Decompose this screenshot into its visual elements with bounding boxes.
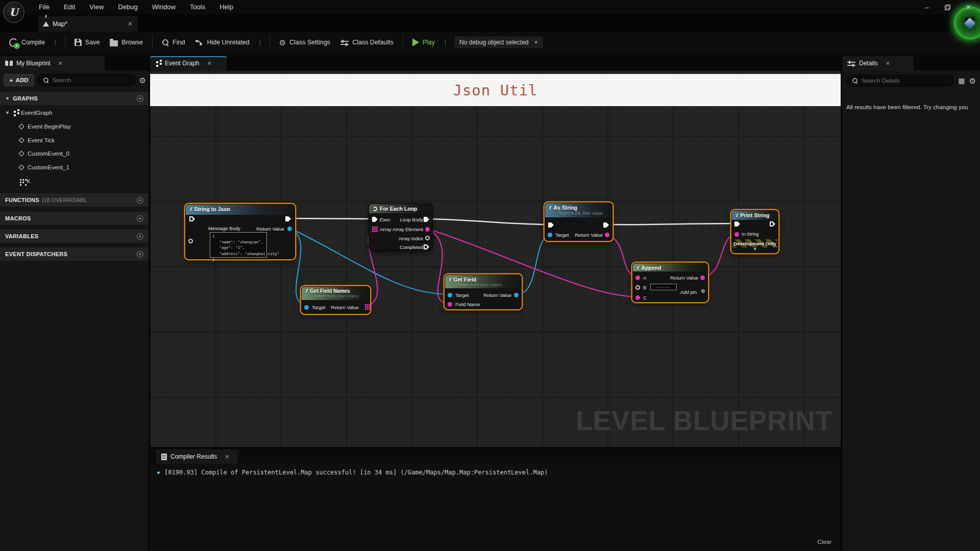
menu-window[interactable]: Window (145, 0, 183, 14)
array-pin[interactable] (372, 227, 374, 228)
message-body-default-value[interactable]: { "name": "zhangsan", "age": "1", "addre… (210, 232, 267, 258)
details-settings-icon[interactable]: ⚙ (969, 77, 976, 85)
find-button[interactable]: Find (157, 35, 190, 50)
message-body-pin[interactable] (188, 239, 193, 243)
menu-edit[interactable]: Edit (57, 0, 82, 14)
clear-button[interactable]: Clear (818, 539, 831, 545)
return-value-pin[interactable] (514, 293, 519, 297)
unreal-logo-icon[interactable]: U (3, 2, 24, 23)
tab-compiler-results[interactable]: Compiler Results ✕ (156, 449, 238, 464)
in-string-pin[interactable] (734, 232, 739, 237)
array-element-pin[interactable] (425, 227, 430, 232)
return-value-array-pin[interactable] (365, 304, 366, 306)
tree-customevent-1[interactable]: CustomEvent_1 (18, 162, 69, 172)
exec-in-pin[interactable] (548, 222, 554, 228)
exec-out-pin[interactable] (770, 221, 775, 227)
exec-in-pin[interactable] (734, 221, 740, 227)
b-value-input[interactable]: ------- (650, 284, 677, 290)
add-pin-icon[interactable]: ⊕ (701, 288, 705, 294)
menu-file[interactable]: File (32, 0, 57, 14)
section-graphs[interactable]: ▼ GRAPHS + (0, 92, 149, 105)
node-for-each-loop[interactable]: For Each Loop Exec Array Loop Body Array… (369, 204, 433, 251)
add-graph-icon[interactable]: + (137, 95, 143, 102)
details-search-box[interactable] (846, 74, 954, 87)
menu-help[interactable]: Help (212, 0, 240, 14)
exec-in-pin[interactable] (189, 216, 195, 221)
menu-tools[interactable]: Tools (183, 0, 212, 14)
blueprint-search-input[interactable] (53, 77, 131, 83)
target-pin[interactable] (304, 305, 309, 310)
add-variable-icon[interactable]: + (137, 233, 143, 240)
section-variables[interactable]: VARIABLES + (0, 230, 149, 243)
add-dispatcher-icon[interactable]: + (137, 251, 143, 258)
blueprint-search-box[interactable] (37, 74, 136, 86)
hide-unrelated-options-icon[interactable]: ⋮ (255, 39, 265, 46)
restore-icon[interactable] (945, 5, 950, 10)
asset-tab-map[interactable]: Map* ✕ (38, 16, 138, 32)
add-macro-icon[interactable]: + (137, 215, 143, 222)
node-as-string[interactable]: f As String Target is Ds Json Value Targ… (545, 203, 612, 241)
add-function-icon[interactable]: + (137, 197, 143, 204)
tab-details[interactable]: Details ✕ (842, 56, 914, 70)
exec-in-pin[interactable] (372, 217, 378, 222)
panel-divider[interactable] (841, 55, 842, 551)
class-defaults-button[interactable]: Class Defaults (335, 35, 399, 50)
loop-body-exec-pin[interactable] (424, 217, 429, 222)
close-tab-icon[interactable]: ✕ (225, 454, 229, 460)
tab-my-blueprint[interactable]: My Blueprint ✕ (0, 56, 105, 70)
section-functions[interactable]: FUNCTIONS (18 OVERRIDABL + (0, 193, 149, 207)
panel-settings-icon[interactable]: ⚙ (139, 77, 146, 84)
compile-button[interactable]: ✓ Compile (4, 35, 50, 50)
class-settings-button[interactable]: ⚙ Class Settings (274, 35, 335, 50)
target-pin[interactable] (548, 233, 552, 237)
tab-event-graph[interactable]: Event Graph ✕ (150, 56, 227, 70)
menu-debug[interactable]: Debug (111, 0, 144, 14)
details-search-input[interactable] (862, 78, 949, 84)
tree-customevent-0[interactable]: CustomEvent_0 (18, 148, 69, 159)
node-get-field-names[interactable]: f Get Field Names Target is Ds Json Obje… (301, 286, 370, 314)
node-print-string[interactable]: f Print String In String Development Onl… (731, 210, 778, 253)
a-pin[interactable] (635, 276, 640, 280)
close-icon[interactable]: ✕ (964, 3, 973, 11)
browse-button[interactable]: Browse (105, 35, 148, 50)
expand-node-icon[interactable]: ▼ (732, 247, 778, 252)
node-string-to-json[interactable]: f String to Json Message Body Return Val… (185, 204, 295, 259)
tree-k[interactable]: K (18, 176, 31, 186)
section-event-dispatchers[interactable]: EVENT DISPATCHERS + (0, 247, 149, 261)
hide-unrelated-button[interactable]: Hide Unrelated (190, 35, 254, 50)
graph-canvas[interactable]: Json Util LEVEL BLUEPRINT f String to Js… (150, 70, 841, 447)
return-value-pin[interactable] (287, 227, 292, 231)
target-pin[interactable] (448, 293, 452, 297)
event-icon (18, 151, 24, 156)
return-value-pin[interactable] (700, 276, 705, 280)
completed-exec-pin[interactable] (424, 244, 429, 249)
exec-out-pin[interactable] (285, 216, 291, 221)
return-value-pin[interactable] (605, 233, 609, 237)
compile-options-icon[interactable]: ⋮ (50, 39, 61, 46)
save-button[interactable]: Save (69, 35, 105, 50)
node-append[interactable]: f Append A Return Value B ------- Add pi… (632, 263, 708, 302)
pin-label-return-value: Return Value (670, 275, 698, 281)
node-get-field[interactable]: f Get Field Target is Ds Json Object Tar… (445, 274, 522, 309)
menu-view[interactable]: View (82, 0, 111, 14)
play-options-icon[interactable]: ⋮ (440, 39, 451, 46)
close-tab-icon[interactable]: ✕ (128, 20, 133, 28)
b-pin[interactable] (635, 285, 640, 290)
tree-event-tick[interactable]: Event Tick (18, 135, 55, 145)
panel-divider[interactable] (150, 447, 841, 448)
tree-event-beginplay[interactable]: Event BeginPlay (18, 121, 70, 132)
debug-object-dropdown[interactable]: No debug object selected ▼ (454, 36, 544, 49)
section-macros[interactable]: MACROS + (0, 212, 149, 225)
add-button[interactable]: + ADD (4, 74, 34, 86)
tree-eventgraph[interactable]: ▼ EventGraph (5, 108, 52, 118)
close-tab-icon[interactable]: ✕ (207, 60, 211, 67)
close-tab-icon[interactable]: ✕ (58, 60, 63, 67)
play-button[interactable]: Play (407, 35, 440, 50)
close-tab-icon[interactable]: ✕ (886, 60, 890, 67)
exec-out-pin[interactable] (603, 222, 609, 228)
minimize-icon[interactable]: – (922, 3, 932, 11)
array-index-pin[interactable] (425, 236, 430, 240)
c-pin[interactable] (635, 295, 640, 300)
field-name-pin[interactable] (448, 302, 452, 307)
display-options-icon[interactable]: ▦ (958, 77, 965, 84)
